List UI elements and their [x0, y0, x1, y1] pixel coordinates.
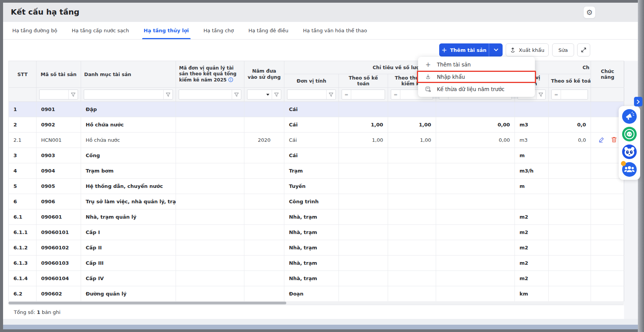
cell-acct: [339, 102, 388, 117]
menu-item-2[interactable]: Nhập khẩu: [418, 71, 535, 83]
info-icon[interactable]: [228, 77, 233, 83]
cell-unit_code: [176, 194, 244, 209]
menu-item-1[interactable]: +Thêm tài sản: [418, 58, 535, 71]
cell-name: Trụ sở làm việc, nhà quản lý, trạm quả..…: [81, 194, 176, 209]
table-row[interactable]: 40904Trạm bơmTrạmm3/h: [8, 163, 624, 179]
cell-year: 2020: [244, 133, 284, 148]
cell-year: [244, 102, 284, 117]
menu-item-3[interactable]: Kế thừa dữ liệu năm trước: [418, 83, 535, 95]
cell-acct2: [549, 194, 591, 209]
cell-acct: [339, 225, 388, 240]
filter-icon[interactable]: [272, 90, 281, 99]
table-footer: Tổng số: 1 bản ghi: [8, 305, 624, 319]
cell-diff: 0,00: [436, 133, 515, 148]
add-asset-menu-toggle[interactable]: [489, 43, 503, 56]
export-button[interactable]: Xuất khẩu: [506, 43, 549, 56]
filter-icon[interactable]: [326, 90, 335, 99]
cell-acct2: 0,0: [549, 117, 591, 132]
cell-actual: 1,00: [388, 133, 436, 148]
filter-cell-year: [244, 88, 284, 101]
table-row[interactable]: 6.1090601Nhà, trạm quản lýNhà, trạmm2: [8, 209, 624, 225]
filter-input-unit[interactable]: [287, 90, 326, 99]
cell-actual: [388, 209, 436, 224]
cell-stt: 6.1.3: [9, 256, 37, 271]
table-row[interactable]: 6.1.109060101Cấp INhà, trạmm2: [8, 225, 624, 240]
people-icon[interactable]: [622, 162, 637, 177]
tab-2[interactable]: Hạ tầng cấp nước sạch: [70, 22, 131, 39]
cell-actual: [388, 194, 436, 209]
scrollbar-thumb[interactable]: [8, 302, 286, 304]
cell-unit1: Trạm: [284, 163, 339, 178]
add-asset-split-button: + Thêm tài sản: [439, 43, 503, 56]
tab-6[interactable]: Hạ tầng văn hóa thể thao: [302, 22, 369, 39]
filter-input-unit-code[interactable]: [179, 90, 232, 99]
edit-row-button[interactable]: [598, 136, 605, 144]
filter-icon[interactable]: [232, 90, 241, 99]
asset-table: STTMã số tài sảnDanh mục tài sảnMã đơn v…: [8, 61, 624, 302]
settings-button[interactable]: ⚙: [583, 6, 596, 18]
chat-icon[interactable]: [622, 127, 637, 141]
edit-button[interactable]: Sửa: [552, 43, 574, 56]
cell-unit2: [515, 194, 549, 209]
filter-input-by-accounting-2[interactable]: [561, 90, 588, 99]
side-panel-collapse-button[interactable]: [634, 97, 642, 106]
cell-unit1: Nhà, trạm: [284, 225, 339, 240]
cell-unit1: Cái: [284, 102, 339, 117]
filter-input-by-accounting[interactable]: [351, 90, 385, 99]
filter-input-asset-code[interactable]: [40, 90, 68, 99]
cell-stt: 6.1.4: [9, 271, 37, 286]
tab-1[interactable]: Hạ tầng đường bộ: [11, 22, 59, 39]
table-row[interactable]: 6.1.309060103Cấp IIINhà, trạmm2: [8, 256, 624, 271]
cell-unit_code: [176, 117, 244, 132]
cell-diff: [436, 240, 515, 255]
cell-acct: [339, 256, 388, 271]
filter-cell-stt: [9, 88, 37, 101]
filter-operator[interactable]: =: [342, 90, 351, 99]
table-row[interactable]: 60906Trụ sở làm việc, nhà quản lý, trạm …: [8, 194, 624, 209]
cell-code: HCN001: [37, 133, 81, 148]
megaphone-icon[interactable]: [622, 109, 637, 124]
table-row[interactable]: 6.1.209060102Cấp IINhà, trạmm2: [8, 240, 624, 256]
table-row[interactable]: 6.2090602Đường quản lýĐoạnkm: [8, 286, 624, 302]
table-row[interactable]: 2.1HCN001Hồ chứa nước2020Cái1,001,000,00…: [8, 133, 624, 148]
tab-4[interactable]: Hạ tầng chợ: [202, 22, 236, 39]
panda-bot-icon[interactable]: [622, 144, 637, 159]
filter-select-year[interactable]: [247, 90, 272, 99]
table-row[interactable]: 6.1.409060104Cấp IVNhà, trạmm2: [8, 271, 624, 286]
filter-icon[interactable]: [536, 90, 545, 99]
menu-item-label: Nhập khẩu: [437, 74, 465, 80]
cell-diff: [436, 271, 515, 286]
filter-cell-by-accounting-2: =: [549, 88, 591, 101]
filter-operator[interactable]: =: [552, 90, 561, 99]
add-asset-menu: +Thêm tài sảnNhập khẩuKế thừa dữ liệu nă…: [418, 57, 535, 97]
table-row[interactable]: 10901ĐậpCái: [8, 102, 624, 117]
filter-icon[interactable]: [163, 90, 173, 99]
horizontal-scrollbar[interactable]: [8, 301, 624, 305]
cell-stt: 6.1: [9, 209, 37, 224]
cell-acct2: 0,0: [549, 133, 591, 148]
filter-control-unit-code: [179, 90, 241, 100]
delete-row-button[interactable]: [611, 136, 617, 144]
cell-year: [244, 225, 284, 240]
cell-year: [244, 271, 284, 286]
table-row[interactable]: 20902Hồ chứa nướcCái1,001,000,00m30,0: [8, 117, 624, 133]
tab-3[interactable]: Hạ tầng thủy lợi: [142, 22, 191, 39]
table-row[interactable]: 30903CốngCáim: [8, 148, 624, 163]
cell-actions: [591, 179, 624, 194]
cell-actual: [388, 286, 436, 301]
filter-icon[interactable]: [68, 90, 78, 99]
filter-operator[interactable]: =: [391, 90, 400, 99]
filter-input-asset-category[interactable]: [84, 90, 163, 99]
total-label: Tổng số:: [14, 309, 35, 315]
cell-year: [244, 256, 284, 271]
cell-year: [244, 179, 284, 194]
cell-unit2: m3/h: [515, 163, 549, 178]
cell-name: Trạm bơm: [81, 163, 176, 178]
add-asset-button[interactable]: + Thêm tài sản: [439, 43, 489, 56]
cell-actual: [388, 240, 436, 255]
expand-button[interactable]: [577, 43, 590, 56]
plus-icon: +: [424, 61, 432, 68]
tab-5[interactable]: Hạ tầng đê điều: [247, 22, 290, 39]
table-row[interactable]: 50905Hệ thống dẫn, chuyển nướcTuyếnm: [8, 179, 624, 194]
cell-acct: [339, 209, 388, 224]
